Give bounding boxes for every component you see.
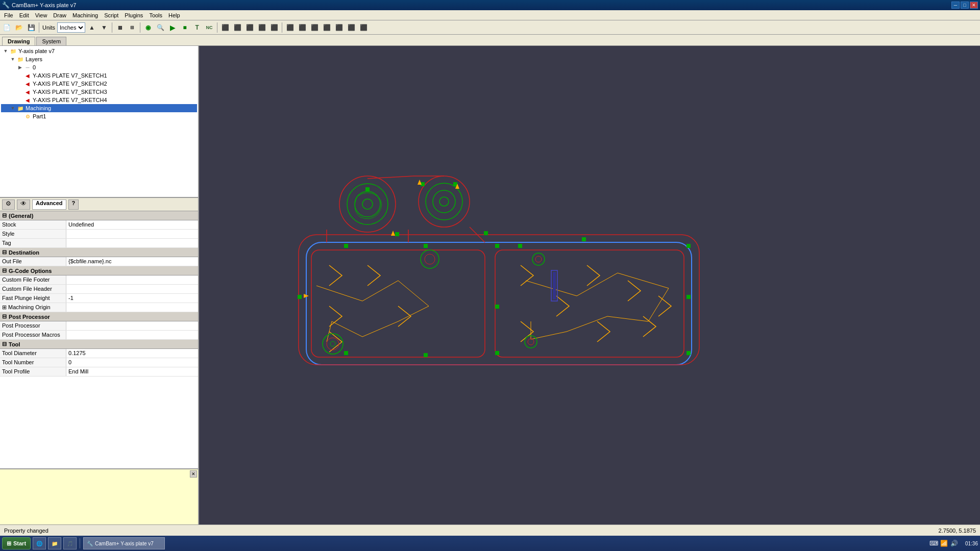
btn9[interactable]: ⬛: [346, 22, 357, 33]
prop-value-origin[interactable]: [66, 303, 198, 312]
zoom-fit-button[interactable]: ◉: [142, 22, 154, 33]
prop-value-ppmacros[interactable]: [66, 331, 198, 339]
tree-node-sketch4[interactable]: ◀ Y-AXIS PLATE V7_SKETCH4: [1, 96, 197, 104]
left-panel: ▼ 📁 Y-axis plate v7 ▼ 📁 Layers ▶ ─ 0 ◀ Y…: [0, 46, 199, 535]
btn8[interactable]: ⬛: [333, 22, 345, 33]
prop-group-general-label: (General): [9, 213, 33, 219]
prop-group-postproc-toggle[interactable]: ⊟: [2, 313, 7, 320]
close-button[interactable]: ✕: [970, 2, 978, 9]
tree-node-sketch1[interactable]: ◀ Y-AXIS PLATE V7_SKETCH1: [1, 71, 197, 80]
tree-toggle-sketch2[interactable]: [16, 81, 23, 86]
tree-toggle-part1[interactable]: [16, 114, 23, 119]
minimize-button[interactable]: ─: [951, 2, 960, 9]
taskbar-media[interactable]: 🎵: [63, 537, 77, 549]
btn1[interactable]: ⬛: [244, 22, 255, 33]
prop-tab-advanced[interactable]: Advanced: [32, 199, 66, 210]
prop-value-toolnum[interactable]: 0: [66, 358, 198, 367]
menu-view[interactable]: View: [32, 11, 51, 19]
up-arrow-button[interactable]: ▲: [86, 22, 97, 33]
menu-machining[interactable]: Machining: [69, 11, 101, 19]
menu-file[interactable]: File: [1, 11, 16, 19]
tree-toggle-sketch3[interactable]: [16, 89, 23, 94]
btn7[interactable]: ⬛: [321, 22, 332, 33]
prop-group-general-toggle[interactable]: ⊟: [2, 212, 7, 219]
tree-node-sketch2[interactable]: ◀ Y-AXIS PLATE V7_SKETCH2: [1, 80, 197, 88]
btn5[interactable]: ⬛: [297, 22, 308, 33]
menu-script[interactable]: Script: [101, 11, 121, 19]
prop-value-stock[interactable]: Undefined: [66, 220, 198, 229]
prop-row-pp: Post Processor: [0, 321, 198, 331]
run-button[interactable]: ▶: [167, 22, 178, 33]
system-tray: ⌨ 📶 🔊 01:36: [929, 539, 978, 547]
menu-help[interactable]: Help: [165, 11, 183, 19]
save-button[interactable]: 💾: [26, 22, 37, 33]
menu-draw[interactable]: Draw: [50, 11, 69, 19]
note-close-button[interactable]: ✕: [190, 470, 197, 478]
prop-group-destination-toggle[interactable]: ⊟: [2, 249, 7, 256]
prop-group-general[interactable]: ⊟ (General): [0, 211, 198, 220]
tree-toggle-sketch1[interactable]: [16, 73, 23, 78]
tree-node-machining[interactable]: ▼ 📁 Machining: [1, 104, 197, 112]
tree-toggle-layers[interactable]: ▼: [9, 57, 16, 62]
canvas-area[interactable]: [199, 46, 980, 535]
grid2-button[interactable]: ⊞: [127, 22, 138, 33]
tree-node-layers[interactable]: ▼ 📁 Layers: [1, 55, 197, 63]
stop-button[interactable]: ■: [179, 22, 190, 33]
sim-button[interactable]: ⬛: [232, 22, 243, 33]
prop-group-tool[interactable]: ⊟ Tool: [0, 340, 198, 349]
prop-tab-icons2[interactable]: 👁: [17, 199, 30, 210]
prop-value-style[interactable]: [66, 230, 198, 238]
prop-row-ppmacros: Post Processor Macros: [0, 331, 198, 340]
cam-button[interactable]: ⬛: [219, 22, 231, 33]
svg-rect-52: [553, 272, 556, 299]
start-button[interactable]: ⊞ Start: [2, 537, 31, 549]
zoom-in-button[interactable]: 🔍: [155, 22, 166, 33]
prop-value-profile[interactable]: End Mill: [66, 367, 198, 376]
prop-group-tool-toggle[interactable]: ⊟: [2, 341, 7, 347]
prop-group-destination[interactable]: ⊟ Destination: [0, 248, 198, 257]
tab-drawing[interactable]: Drawing: [2, 37, 35, 45]
tree-toggle-machining[interactable]: ▼: [9, 106, 16, 111]
menu-tools[interactable]: Tools: [146, 11, 165, 19]
tree-toggle-layer0[interactable]: ▶: [16, 65, 23, 70]
tree-node-layer0[interactable]: ▶ ─ 0: [1, 63, 197, 71]
btn2[interactable]: ⬛: [256, 22, 267, 33]
grid1-button[interactable]: ▦: [114, 22, 126, 33]
taskbar-ie[interactable]: 🌐: [33, 537, 46, 549]
titlebar-controls: ─ □ ✕: [951, 2, 978, 9]
prop-value-footer[interactable]: [66, 276, 198, 284]
t-button[interactable]: T: [191, 22, 203, 33]
taskbar-explorer[interactable]: 📁: [48, 537, 61, 549]
units-select[interactable]: Inches mm: [57, 22, 85, 33]
btn10[interactable]: ⬛: [358, 22, 369, 33]
prop-value-pp[interactable]: [66, 321, 198, 330]
nc-button[interactable]: NC: [204, 22, 215, 33]
menu-edit[interactable]: Edit: [16, 11, 32, 19]
tree-node-part1[interactable]: ⚙ Part1: [1, 112, 197, 120]
taskbar-cambam[interactable]: 🔧 CamBam+ Y-axis plate v7: [83, 537, 165, 549]
prop-value-outfile[interactable]: {$cbfile.name}.nc: [66, 257, 198, 266]
tab-system[interactable]: System: [36, 37, 66, 45]
btn6[interactable]: ⬛: [309, 22, 320, 33]
prop-group-postproc[interactable]: ⊟ Post Processor: [0, 312, 198, 321]
open-button[interactable]: 📂: [13, 22, 24, 33]
prop-group-gcode-toggle[interactable]: ⊟: [2, 267, 7, 274]
prop-tab-help[interactable]: ?: [68, 199, 79, 210]
prop-tab-icons1[interactable]: ⚙: [2, 199, 15, 210]
maximize-button[interactable]: □: [961, 2, 969, 9]
tree-node-sketch3[interactable]: ◀ Y-AXIS PLATE V7_SKETCH3: [1, 88, 197, 96]
down-arrow-button[interactable]: ▼: [99, 22, 110, 33]
btn3[interactable]: ⬛: [268, 22, 280, 33]
menu-plugins[interactable]: Plugins: [121, 11, 146, 19]
tree-node-root[interactable]: ▼ 📁 Y-axis plate v7: [1, 47, 197, 55]
prop-value-diameter[interactable]: 0.1275: [66, 349, 198, 358]
prop-value-tag[interactable]: [66, 239, 198, 247]
btn4[interactable]: ⬛: [284, 22, 296, 33]
prop-group-gcode[interactable]: ⊟ G-Code Options: [0, 266, 198, 276]
prop-value-plunge[interactable]: -1: [66, 294, 198, 303]
svg-rect-19: [344, 244, 348, 248]
prop-value-header[interactable]: [66, 285, 198, 293]
new-button[interactable]: 📄: [1, 22, 12, 33]
tree-toggle-sketch4[interactable]: [16, 97, 23, 103]
tree-toggle-root[interactable]: ▼: [2, 48, 9, 54]
